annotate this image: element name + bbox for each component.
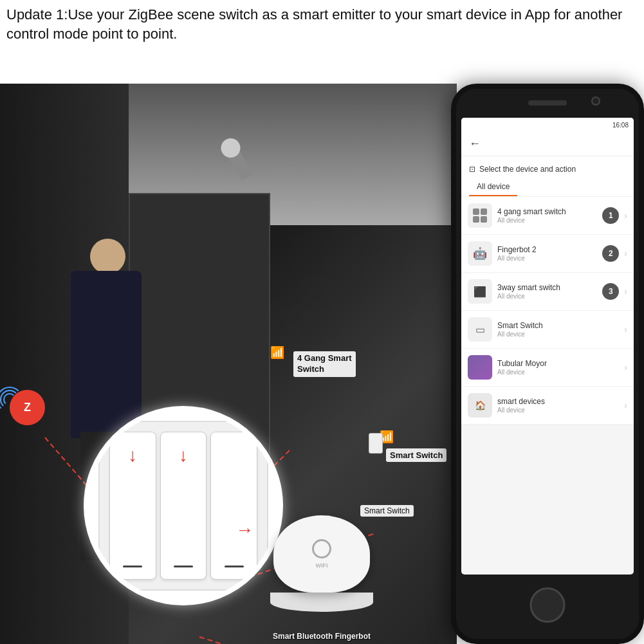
smart-switch-icon: ▭ bbox=[475, 324, 485, 336]
smart-devices-icon: 🏠 bbox=[475, 400, 486, 410]
smart-switch-label-display: Smart Switch bbox=[360, 505, 414, 517]
device-sub-4: All device bbox=[497, 331, 619, 338]
device-item-3[interactable]: ⬛ 3way smart switch All device 3 › bbox=[461, 273, 634, 311]
label-4gang-switch: 4 Gang SmartSwitch bbox=[293, 351, 356, 377]
phone-camera bbox=[591, 97, 600, 106]
device-name-2: Fingerbot 2 bbox=[497, 245, 597, 254]
back-button[interactable]: ← bbox=[469, 137, 481, 151]
switch-panel-3: → bbox=[210, 432, 257, 580]
robot-vacuum-body: WIFI bbox=[273, 515, 370, 593]
device-sub-1: All device bbox=[497, 217, 597, 224]
device-item-6[interactable]: 🏠 smart devices All device › bbox=[461, 387, 634, 425]
device-icon-tubular bbox=[468, 355, 492, 380]
phone-screen: 16:08 ← ⊡ Select the device and action A… bbox=[461, 118, 634, 575]
zigbee-button: Z bbox=[10, 390, 45, 425]
panel-line-3 bbox=[225, 566, 244, 567]
device-info-4: Smart Switch All device bbox=[497, 321, 619, 338]
device-icon-smart-devices: 🏠 bbox=[468, 393, 492, 418]
device-badge-3: 3 bbox=[602, 283, 619, 300]
app-header: ← bbox=[461, 132, 634, 156]
switch-inner-panels: ↓ ↓ → bbox=[98, 421, 269, 591]
device-sub-6: All device bbox=[497, 407, 619, 414]
switch-arrow-1: ↓ bbox=[128, 445, 137, 466]
panel-line-1 bbox=[123, 566, 142, 567]
chevron-icon-4: › bbox=[624, 324, 627, 335]
device-icon-fingerbot: 🤖 bbox=[468, 241, 492, 266]
chevron-icon-3: › bbox=[624, 286, 627, 297]
switch-panel-1: ↓ bbox=[109, 432, 156, 580]
device-info-2: Fingerbot 2 All device bbox=[497, 245, 597, 262]
header-text: Update 1:Use your ZigBee scene switch as… bbox=[6, 5, 638, 43]
fingerbot-label: Smart Bluetooth Fingerbot bbox=[257, 632, 386, 641]
device-name-4: Smart Switch bbox=[497, 321, 619, 330]
chevron-icon-6: › bbox=[624, 400, 627, 410]
device-sub-3: All device bbox=[497, 293, 597, 300]
device-icon-smart-switch: ▭ bbox=[468, 317, 492, 342]
device-list: 4 gang smart switch All device 1 › 🤖 Fin… bbox=[461, 197, 634, 425]
switch-arrow-3: → bbox=[235, 520, 253, 540]
switch-panel-2: ↓ bbox=[160, 432, 207, 580]
device-item-1[interactable]: 4 gang smart switch All device 1 › bbox=[461, 197, 634, 235]
device-name-5: Tubular Moyor bbox=[497, 359, 619, 368]
switch-arrow-2: ↓ bbox=[179, 445, 188, 466]
smart-switch-device-icon bbox=[369, 433, 383, 454]
app-statusbar: 16:08 bbox=[461, 118, 634, 132]
phone-mockup: 16:08 ← ⊡ Select the device and action A… bbox=[451, 84, 644, 644]
panel-line-2 bbox=[174, 566, 193, 567]
device-info-1: 4 gang smart switch All device bbox=[497, 207, 597, 224]
status-time: 16:08 bbox=[612, 122, 629, 129]
device-name-3: 3way smart switch bbox=[497, 283, 597, 292]
wifi-icon-4gang: 📶 bbox=[270, 345, 284, 360]
person-head bbox=[90, 239, 125, 274]
chevron-icon-2: › bbox=[624, 248, 627, 259]
tab-all-device[interactable]: All device bbox=[469, 178, 517, 196]
fingerbot-icon: 🤖 bbox=[473, 246, 487, 261]
app-title-area: ⊡ Select the device and action bbox=[461, 156, 634, 178]
device-name-1: 4 gang smart switch bbox=[497, 207, 597, 216]
app-tab-bar: All device bbox=[461, 178, 634, 197]
switch-circle-display: ↓ ↓ → bbox=[84, 406, 283, 605]
device-sub-2: All device bbox=[497, 255, 597, 262]
device-item-2[interactable]: 🤖 Fingerbot 2 All device 2 › bbox=[461, 235, 634, 273]
device-icon-4gang bbox=[468, 203, 492, 228]
device-sub-5: All device bbox=[497, 369, 619, 376]
device-info-3: 3way smart switch All device bbox=[497, 283, 597, 300]
person-body bbox=[71, 271, 142, 438]
device-badge-2: 2 bbox=[602, 245, 619, 262]
device-badge-1: 1 bbox=[602, 207, 619, 224]
chevron-icon-5: › bbox=[624, 362, 627, 373]
device-item-4[interactable]: ▭ Smart Switch All device › bbox=[461, 311, 634, 349]
device-info-6: smart devices All device bbox=[497, 397, 619, 414]
phone-home-button[interactable] bbox=[530, 587, 566, 623]
device-name-6: smart devices bbox=[497, 397, 619, 406]
app-title-text: Select the device and action bbox=[479, 165, 576, 174]
app-title: ⊡ Select the device and action bbox=[469, 165, 576, 174]
switch-3way-icon: ⬛ bbox=[474, 286, 486, 298]
label-smart-switch: Smart Switch bbox=[386, 448, 446, 462]
chevron-icon-1: › bbox=[624, 210, 627, 221]
device-info-5: Tubular Moyor All device bbox=[497, 359, 619, 376]
device-action-icon: ⊡ bbox=[469, 165, 475, 174]
robot-vacuum-area: WIFI bbox=[257, 515, 386, 644]
device-icon-3way: ⬛ bbox=[468, 279, 492, 304]
room-background: Z 4 Gang SmartSwitch 📶 📶 Smart Switch ↓ bbox=[0, 84, 457, 644]
device-item-5[interactable]: Tubular Moyor All device › bbox=[461, 349, 634, 387]
robot-vacuum-base bbox=[270, 593, 373, 612]
phone-speaker bbox=[528, 100, 567, 106]
